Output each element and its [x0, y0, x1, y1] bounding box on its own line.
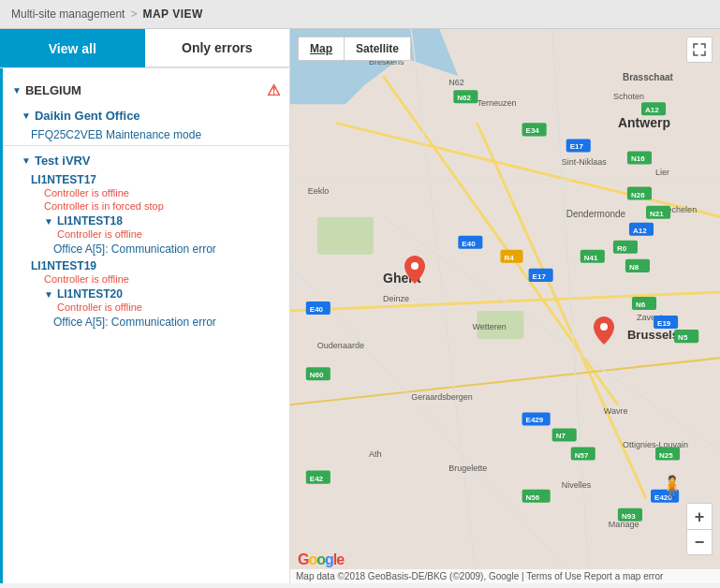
svg-text:Sint-Niklaas: Sint-Niklaas — [562, 157, 608, 167]
map-btn-satellite[interactable]: Satellite — [345, 37, 410, 60]
svg-text:Geraardsbergen: Geraardsbergen — [411, 392, 473, 402]
svg-text:N41: N41 — [584, 254, 598, 262]
svg-rect-11 — [317, 217, 374, 255]
caret-icon-ivrv: ▼ — [22, 155, 31, 166]
svg-text:A12: A12 — [645, 106, 659, 114]
breadcrumb: Multi-site management > MAP VIEW — [0, 0, 720, 29]
map-attribution: Map data ©2018 GeoBasis-DE/BKG (©2009), … — [296, 571, 663, 581]
map-pin-brussels[interactable] — [594, 316, 614, 345]
svg-text:N21: N21 — [650, 210, 664, 218]
svg-text:Wavre: Wavre — [604, 406, 628, 416]
svg-text:Lier: Lier — [655, 168, 669, 177]
fullscreen-icon — [693, 43, 706, 56]
site-name-daikin: Daikin Gent Office — [35, 109, 140, 123]
svg-text:N60: N60 — [310, 371, 324, 379]
device-li1ntest18[interactable]: ▼ LI1NTEST18 — [3, 213, 289, 228]
pin-icon-brussels — [594, 316, 614, 345]
svg-text:Antwerp: Antwerp — [618, 115, 670, 130]
svg-text:E40: E40 — [462, 240, 476, 248]
zoom-in-button[interactable]: + — [686, 503, 713, 529]
svg-text:E19: E19 — [657, 319, 671, 328]
svg-text:E17: E17 — [533, 272, 547, 281]
svg-text:Schoten: Schoten — [613, 92, 644, 101]
sub-unit-office-a5-2[interactable]: Office A[5]: Communication error — [3, 314, 289, 331]
error-li1ntest20-1: Controller is offline — [3, 301, 289, 314]
map-zoom-controls: + − — [686, 503, 713, 555]
unit-ffq25c2veb[interactable]: FFQ25C2VEB Maintenance mode — [3, 126, 289, 141]
svg-text:R4: R4 — [504, 254, 514, 262]
svg-text:N26: N26 — [631, 191, 645, 199]
svg-text:N62: N62 — [457, 94, 471, 102]
device-name-li1ntest19: LI1NTEST19 — [31, 259, 96, 272]
zoom-out-button[interactable]: − — [686, 529, 713, 555]
map-footer: Map data ©2018 GeoBasis-DE/BKG (©2009), … — [290, 569, 720, 583]
svg-text:N25: N25 — [659, 451, 673, 460]
svg-text:N5: N5 — [678, 333, 688, 342]
svg-text:N16: N16 — [631, 154, 645, 163]
tree-country-belgium[interactable]: ▼ BELGIUM ⚠ — [3, 76, 289, 105]
breadcrumb-current-page: MAP VIEW — [142, 7, 202, 21]
google-logo: Google — [298, 551, 344, 568]
svg-text:N62: N62 — [448, 78, 464, 87]
tab-view-all[interactable]: View all — [0, 29, 145, 67]
svg-text:Eeklo: Eeklo — [308, 186, 330, 196]
svg-text:A12: A12 — [633, 227, 647, 235]
svg-text:N56: N56 — [526, 493, 540, 502]
map-pin-gent[interactable] — [404, 256, 425, 284]
svg-point-92 — [600, 323, 608, 331]
device-name-li1ntest20: LI1NTEST20 — [57, 287, 123, 301]
tab-only-errors[interactable]: Only errors — [145, 29, 290, 67]
svg-text:E40: E40 — [310, 305, 324, 314]
device-li1ntest20[interactable]: ▼ LI1NTEST20 — [3, 286, 289, 301]
tab-bar: View all Only errors — [0, 29, 289, 68]
site-test-ivrv[interactable]: ▼ Test iVRV — [3, 150, 289, 171]
error-li1ntest19-1: Controller is offline — [3, 272, 289, 286]
svg-text:N93: N93 — [622, 512, 636, 521]
svg-text:Brasschaat: Brasschaat — [623, 72, 674, 82]
country-label: BELGIUM — [25, 83, 81, 97]
tree-container: ▼ BELGIUM ⚠ ▼ Daikin Gent Office FFQ25C2… — [0, 68, 289, 583]
device-name-li1ntest18: LI1NTEST18 — [57, 214, 123, 228]
caret-icon-daikin: ▼ — [22, 110, 31, 121]
svg-text:N8: N8 — [629, 263, 639, 272]
site-daikin-gent[interactable]: ▼ Daikin Gent Office — [3, 105, 289, 126]
svg-text:Brussels: Brussels — [627, 328, 679, 342]
left-panel: View all Only errors ▼ BELGIUM ⚠ ▼ Daiki… — [0, 29, 290, 583]
pin-icon-gent — [404, 256, 425, 284]
svg-text:N6: N6 — [636, 301, 646, 309]
map-btn-map[interactable]: Map — [299, 37, 345, 60]
error-li1ntest17-1: Controller is offline — [3, 186, 289, 199]
device-name-li1ntest17: LI1NTEST17 — [31, 173, 96, 186]
caret-icon-belgium: ▼ — [12, 85, 22, 96]
svg-text:Dendermonde: Dendermonde — [566, 209, 626, 219]
error-li1ntest18-1: Controller is offline — [3, 228, 289, 241]
breadcrumb-parent[interactable]: Multi-site management — [11, 7, 125, 21]
svg-point-91 — [411, 262, 419, 270]
caret-icon-li1ntest18: ▼ — [44, 216, 53, 227]
main-container: View all Only errors ▼ BELGIUM ⚠ ▼ Daiki… — [0, 29, 720, 583]
error-li1ntest17-2: Controller is in forced stop — [3, 199, 289, 213]
svg-text:Deinze: Deinze — [383, 294, 409, 303]
svg-text:R0: R0 — [617, 244, 627, 253]
svg-text:E42: E42 — [310, 475, 324, 483]
map-background: Breskens N62 Terneuzen Brasschaat Schote… — [290, 29, 720, 583]
svg-text:Wetteren: Wetteren — [472, 322, 506, 331]
svg-text:N57: N57 — [575, 451, 589, 460]
map-fullscreen-button[interactable] — [686, 37, 713, 63]
site-name-ivrv: Test iVRV — [35, 154, 90, 168]
svg-text:Ath: Ath — [369, 449, 382, 459]
svg-text:Oudenaarde: Oudenaarde — [317, 341, 364, 350]
svg-text:Nivelles: Nivelles — [562, 480, 592, 490]
svg-text:Terneuzen: Terneuzen — [477, 98, 516, 108]
map-panel: Breskens N62 Terneuzen Brasschaat Schote… — [290, 29, 720, 583]
device-li1ntest17[interactable]: LI1NTEST17 — [3, 171, 289, 186]
sub-unit-office-a5-1[interactable]: Office A[5]: Communication error — [3, 241, 289, 257]
warning-icon-belgium: ⚠ — [267, 81, 280, 99]
device-li1ntest19[interactable]: LI1NTEST19 — [3, 257, 289, 272]
caret-icon-li1ntest20: ▼ — [44, 289, 53, 300]
divider-1 — [3, 145, 289, 146]
svg-text:E429: E429 — [526, 416, 544, 424]
svg-text:E34: E34 — [526, 126, 540, 135]
pegman-icon[interactable]: 🧍 — [659, 475, 684, 499]
svg-text:N7: N7 — [556, 432, 566, 440]
